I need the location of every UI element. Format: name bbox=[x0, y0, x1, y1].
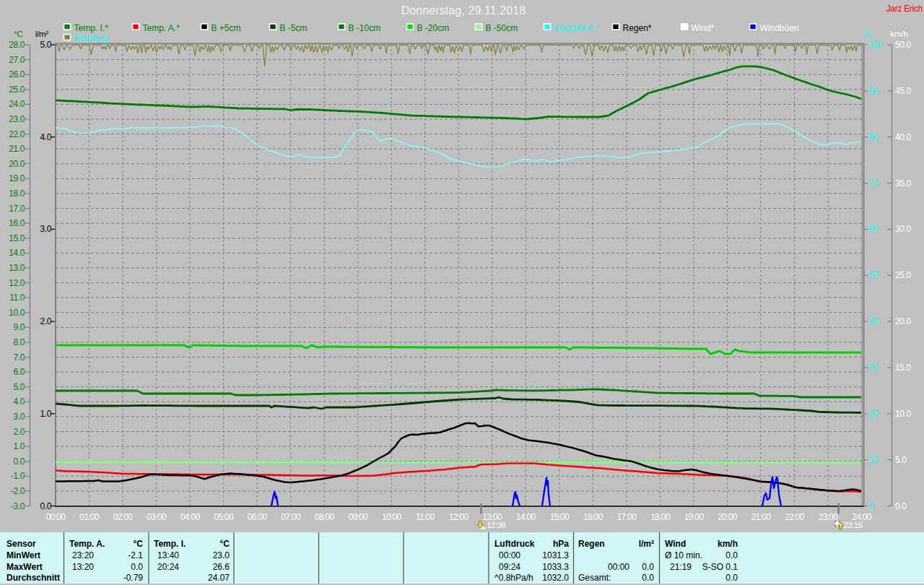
svg-text:40.0: 40.0 bbox=[895, 132, 911, 142]
svg-text:10.0: 10.0 bbox=[9, 308, 25, 318]
svg-text:Windböen: Windböen bbox=[760, 23, 799, 33]
svg-text:26.6: 26.6 bbox=[213, 562, 230, 572]
svg-text:20:00: 20:00 bbox=[718, 512, 738, 522]
svg-text:-2.0: -2.0 bbox=[11, 486, 25, 496]
svg-text:km/h: km/h bbox=[718, 539, 738, 549]
svg-text:1.0: 1.0 bbox=[14, 441, 25, 451]
svg-text:03:00: 03:00 bbox=[147, 512, 167, 522]
svg-text:23.0: 23.0 bbox=[213, 550, 230, 560]
svg-text:^0.8hPa/h: ^0.8hPa/h bbox=[494, 573, 533, 583]
svg-text:0: 0 bbox=[869, 501, 874, 511]
svg-text:21.0: 21.0 bbox=[9, 144, 25, 154]
svg-text:0.0: 0.0 bbox=[40, 501, 52, 511]
svg-text:14.0: 14.0 bbox=[9, 248, 25, 258]
svg-text:04:00: 04:00 bbox=[180, 512, 201, 522]
svg-text:17.0: 17.0 bbox=[9, 204, 25, 214]
svg-text:5.0: 5.0 bbox=[14, 382, 25, 392]
svg-text:0.0: 0.0 bbox=[642, 562, 654, 572]
svg-text:24.0: 24.0 bbox=[9, 99, 25, 109]
svg-text:-3.0: -3.0 bbox=[11, 501, 25, 511]
svg-text:40: 40 bbox=[869, 316, 879, 326]
svg-text:23:20: 23:20 bbox=[72, 550, 94, 560]
svg-text:5.0: 5.0 bbox=[895, 455, 907, 465]
svg-text:3.0: 3.0 bbox=[40, 224, 52, 234]
svg-text:16:00: 16:00 bbox=[583, 512, 603, 522]
svg-text:Regen: Regen bbox=[578, 539, 605, 549]
svg-text:06:00: 06:00 bbox=[248, 512, 268, 522]
svg-text:6.0: 6.0 bbox=[14, 367, 25, 377]
svg-text:09:00: 09:00 bbox=[348, 512, 368, 522]
svg-text:0.0: 0.0 bbox=[642, 573, 654, 583]
svg-text:MinWert: MinWert bbox=[6, 550, 40, 560]
svg-text:0.0: 0.0 bbox=[895, 501, 907, 511]
svg-text:24.07: 24.07 bbox=[208, 573, 230, 583]
svg-text:1032.0: 1032.0 bbox=[542, 573, 569, 583]
svg-text:90: 90 bbox=[869, 86, 879, 96]
svg-text:12:00: 12:00 bbox=[449, 512, 469, 522]
svg-text:l/m²: l/m² bbox=[639, 539, 654, 549]
svg-text:26.0: 26.0 bbox=[9, 69, 25, 79]
svg-text:B -10cm: B -10cm bbox=[349, 23, 381, 33]
svg-text:Sensor: Sensor bbox=[6, 539, 36, 549]
svg-text:50: 50 bbox=[869, 270, 879, 280]
svg-text:21:00: 21:00 bbox=[751, 512, 772, 522]
svg-text:60: 60 bbox=[869, 224, 879, 234]
svg-text:20: 20 bbox=[869, 409, 879, 419]
svg-text:22:00: 22:00 bbox=[785, 512, 805, 522]
svg-text:-1.0: -1.0 bbox=[11, 471, 25, 481]
svg-text:B -20cm: B -20cm bbox=[417, 23, 450, 33]
svg-text:25.0: 25.0 bbox=[895, 270, 911, 280]
svg-text:00:00: 00:00 bbox=[499, 550, 520, 560]
svg-text:B -5cm: B -5cm bbox=[280, 23, 308, 33]
svg-text:Durchschnitt: Durchschnitt bbox=[6, 573, 60, 583]
svg-text:°C: °C bbox=[14, 30, 22, 38]
svg-text:0.0: 0.0 bbox=[725, 550, 738, 560]
svg-text:15:00: 15:00 bbox=[550, 512, 570, 522]
svg-text:Ø 10 min.: Ø 10 min. bbox=[665, 550, 702, 560]
svg-text:23.0: 23.0 bbox=[9, 114, 25, 124]
svg-text:Feuchte A.*: Feuchte A.* bbox=[554, 23, 599, 33]
svg-text:70: 70 bbox=[869, 178, 879, 188]
svg-text:10.0: 10.0 bbox=[895, 409, 911, 419]
svg-text:05:00: 05:00 bbox=[214, 512, 234, 522]
svg-text:00:00: 00:00 bbox=[46, 512, 66, 522]
svg-text:Jarz Erich: Jarz Erich bbox=[886, 4, 923, 14]
svg-text:18:00: 18:00 bbox=[650, 512, 671, 522]
svg-text:30: 30 bbox=[869, 363, 879, 373]
svg-text:Temp. I.*: Temp. I.* bbox=[74, 23, 109, 33]
svg-text:1031.3: 1031.3 bbox=[542, 550, 569, 560]
svg-text:5.0: 5.0 bbox=[40, 40, 52, 50]
svg-text:%: % bbox=[864, 30, 871, 38]
svg-text:2.0: 2.0 bbox=[14, 427, 25, 437]
svg-text:20.0: 20.0 bbox=[9, 159, 25, 169]
svg-text:19.0: 19.0 bbox=[9, 173, 25, 183]
svg-text:13.0: 13.0 bbox=[9, 263, 25, 273]
svg-text:100: 100 bbox=[869, 40, 884, 50]
svg-text:12.0: 12.0 bbox=[9, 278, 25, 288]
svg-text:Wind: Wind bbox=[665, 539, 686, 549]
svg-text:02:00: 02:00 bbox=[113, 512, 134, 522]
svg-text:27.0: 27.0 bbox=[9, 55, 25, 65]
svg-text:B -50cm: B -50cm bbox=[486, 23, 518, 33]
svg-text:km/h: km/h bbox=[890, 30, 908, 38]
svg-text:Empfang: Empfang bbox=[74, 33, 109, 43]
svg-text:07:00: 07:00 bbox=[281, 512, 301, 522]
svg-text:B +5cm: B +5cm bbox=[212, 23, 241, 33]
svg-text:45.0: 45.0 bbox=[895, 86, 911, 96]
svg-text:10: 10 bbox=[869, 455, 879, 465]
svg-text:MaxWert: MaxWert bbox=[6, 562, 43, 572]
svg-text:13:40: 13:40 bbox=[157, 550, 179, 560]
svg-text:21:19: 21:19 bbox=[670, 562, 692, 572]
svg-text:4.0: 4.0 bbox=[14, 396, 25, 407]
svg-text:19:00: 19:00 bbox=[684, 512, 705, 522]
svg-text:00:00: 00:00 bbox=[608, 562, 629, 572]
svg-text:Donnerstag, 29.11.2018: Donnerstag, 29.11.2018 bbox=[401, 4, 526, 17]
svg-text:9.0: 9.0 bbox=[14, 322, 25, 332]
svg-text:23:15: 23:15 bbox=[844, 521, 863, 529]
svg-text:Luftdruck: Luftdruck bbox=[494, 539, 535, 549]
svg-text:0.0: 0.0 bbox=[131, 562, 143, 572]
svg-text:25.0: 25.0 bbox=[9, 84, 25, 95]
svg-text:22.0: 22.0 bbox=[9, 129, 25, 139]
svg-text:28.0: 28.0 bbox=[9, 40, 25, 50]
svg-text:20:24: 20:24 bbox=[157, 562, 179, 572]
